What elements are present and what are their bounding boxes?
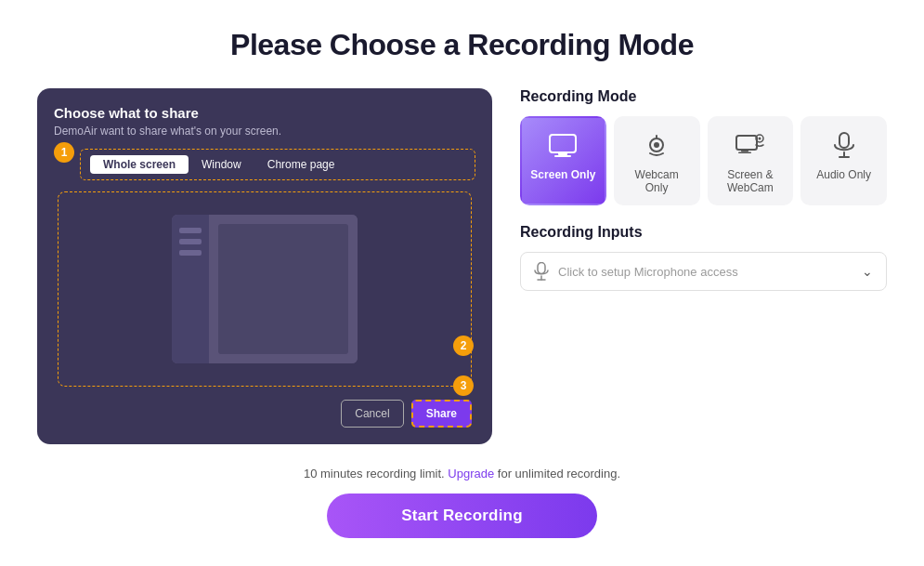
mode-audio-only[interactable]: Audio Only: [800, 116, 887, 205]
svg-rect-11: [839, 133, 849, 148]
share-button[interactable]: Share: [411, 400, 472, 428]
limit-suffix: for unlimited recording.: [498, 467, 620, 480]
main-content: 1 Choose what to share DemoAir want to s…: [37, 88, 887, 444]
cancel-button[interactable]: Cancel: [341, 400, 403, 428]
mode-cards: Screen Only Webcam Only: [520, 116, 887, 205]
screen-mockup: [172, 215, 358, 363]
sidebar-line: [179, 250, 202, 256]
mic-placeholder-text: Click to setup Microphone access: [558, 265, 852, 279]
sidebar-line: [179, 239, 202, 244]
mic-dropdown[interactable]: Click to setup Microphone access ⌄: [520, 252, 887, 291]
bottom-section: 10 minutes recording limit. Upgrade for …: [37, 467, 887, 538]
mode-screen-webcam-label: Screen & WebCam: [717, 168, 785, 194]
choose-header: Choose what to share: [54, 105, 475, 121]
recording-mode-section: Recording Mode Screen Only: [520, 88, 887, 205]
step3-badge: 3: [453, 375, 474, 396]
mode-screen-only-label: Screen Only: [530, 168, 595, 181]
svg-rect-1: [558, 152, 567, 155]
sidebar-line: [179, 228, 202, 233]
right-panel: Recording Mode Screen Only: [520, 88, 887, 444]
start-recording-button[interactable]: Start Recording: [327, 494, 597, 538]
tabs-row: Whole screen Window Chrome page: [80, 149, 475, 180]
mode-webcam-only[interactable]: Webcam Only: [614, 116, 700, 205]
mockup-sidebar: [172, 215, 209, 363]
svg-rect-0: [550, 135, 576, 152]
svg-rect-7: [741, 150, 748, 152]
page-title: Please Choose a Recording Mode: [230, 28, 694, 62]
svg-rect-6: [736, 136, 757, 150]
svg-point-4: [654, 142, 659, 148]
mode-screen-only[interactable]: Screen Only: [520, 116, 606, 205]
svg-rect-14: [538, 263, 545, 274]
tab-chrome-page[interactable]: Chrome page: [254, 155, 348, 174]
mode-screen-webcam[interactable]: Screen & WebCam: [708, 116, 794, 205]
upgrade-link[interactable]: Upgrade: [448, 467, 494, 480]
mic-icon: [534, 262, 549, 281]
choose-subtitle: DemoAir want to share what's on your scr…: [54, 125, 475, 138]
chevron-down-icon: ⌄: [862, 264, 873, 279]
mockup-content: [209, 215, 358, 363]
content-rect: [218, 224, 348, 354]
audio-icon: [829, 131, 859, 161]
step2-badge: 2: [453, 336, 474, 356]
screen-webcam-icon: [735, 131, 765, 161]
mode-audio-only-label: Audio Only: [816, 168, 871, 181]
preview-area: [58, 191, 472, 387]
actions-row: Cancel Share: [54, 400, 475, 428]
svg-point-10: [758, 138, 761, 140]
limit-text: 10 minutes recording limit. Upgrade for …: [304, 467, 620, 480]
step1-badge: 1: [54, 142, 74, 163]
limit-prefix: 10 minutes recording limit.: [304, 467, 445, 480]
recording-inputs-title: Recording Inputs: [520, 224, 887, 241]
mode-webcam-only-label: Webcam Only: [623, 168, 691, 194]
svg-rect-8: [738, 152, 751, 154]
tab-window[interactable]: Window: [189, 155, 254, 174]
webcam-icon: [642, 131, 671, 161]
left-panel: 1 Choose what to share DemoAir want to s…: [37, 88, 492, 444]
screen-icon: [548, 131, 578, 161]
tab-whole-screen[interactable]: Whole screen: [90, 155, 189, 174]
recording-mode-title: Recording Mode: [520, 88, 887, 105]
recording-inputs-section: Recording Inputs Click to setup Micropho…: [520, 224, 887, 291]
svg-rect-2: [554, 155, 571, 157]
